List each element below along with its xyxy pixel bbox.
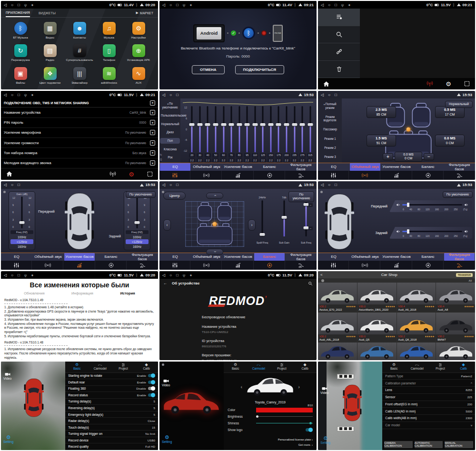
cancel-button[interactable]: ОТМЕНА <box>192 65 225 74</box>
tab-balance[interactable]: Баланс <box>96 253 126 261</box>
settings-row[interactable]: Floating 360 Disable <box>65 386 158 392</box>
freq-option[interactable]: <125Hz <box>126 239 149 244</box>
car-card[interactable] <box>436 343 475 360</box>
balance-icon[interactable] <box>413 261 444 270</box>
surround-icon[interactable] <box>350 171 380 180</box>
slider-handle[interactable] <box>407 229 409 234</box>
slider-handle[interactable] <box>276 123 281 126</box>
slider-handle-high[interactable] <box>304 203 309 206</box>
license-plate-link[interactable]: Personalized license plate › <box>228 437 313 442</box>
back-icon[interactable]: ◁ <box>321 93 324 97</box>
delay-rear-left[interactable]: 1.5 MS51 CM <box>367 135 396 147</box>
settings-row[interactable]: Название устройства CarKit_blink▼ <box>1 108 158 118</box>
eq-icon[interactable] <box>1 261 32 270</box>
shiness-row[interactable]: Shiness <box>224 420 317 427</box>
antenna-button[interactable] <box>426 80 433 87</box>
arrow-up-button[interactable]: › <box>206 193 223 199</box>
settings-row[interactable]: Emergency light delay(s) 5 <box>65 412 158 418</box>
slider-handle[interactable] <box>221 123 226 126</box>
tab-carmodel[interactable]: Carmodel <box>89 363 112 370</box>
home-circle-icon[interactable]: ○ <box>169 183 172 187</box>
tab-basic[interactable]: ⚙Basic <box>224 363 247 370</box>
tab-calib[interactable]: ◆Calib <box>135 363 158 370</box>
slider-handle[interactable] <box>309 422 312 424</box>
home-circle-icon[interactable]: ○ <box>11 273 13 277</box>
pair-link-button[interactable] <box>318 43 360 61</box>
filtration-icon[interactable] <box>286 171 316 180</box>
settings-row[interactable]: Car model v <box>382 422 475 429</box>
slider-handle[interactable] <box>307 123 313 126</box>
tab-history[interactable]: История <box>120 291 135 295</box>
tab-eq[interactable]: EQ <box>160 253 190 261</box>
app-shortcut[interactable]: ♫ Музыка <box>94 19 124 41</box>
tab-filtration[interactable]: Фильтрациябасов <box>286 253 316 261</box>
settings-row[interactable]: Sensor 225 <box>382 394 475 401</box>
back-icon[interactable]: ◁ <box>4 183 7 187</box>
market-button[interactable]: ▶МАРКЕТ <box>136 11 153 15</box>
search-icon[interactable] <box>308 281 313 286</box>
contact-list-button[interactable] <box>318 9 360 26</box>
tab-eq[interactable]: EQ <box>160 163 190 171</box>
settings-row[interactable]: Record quality Full HD <box>65 443 158 450</box>
video-button[interactable]: Video <box>320 386 328 394</box>
home-circle-icon[interactable]: ○ <box>328 183 330 187</box>
eq-icon[interactable] <box>160 261 190 270</box>
tab-surround[interactable]: Объёмный звук <box>350 253 380 261</box>
settings-row[interactable]: Record status Enable <box>65 392 158 399</box>
default-button[interactable]: По умолчанию <box>288 191 314 202</box>
settings-row[interactable]: Turning delay(s) 5 <box>65 399 158 405</box>
video-button[interactable]: Video <box>3 372 11 380</box>
tab-eq[interactable]: EQ <box>318 163 349 171</box>
brightness-row[interactable]: Brightness <box>224 413 317 420</box>
surround-icon[interactable] <box>191 261 222 270</box>
tab-info[interactable]: Информация <box>71 291 93 295</box>
tab-carmodel[interactable]: Carmodel <box>247 363 270 370</box>
setting-button[interactable]: ⚙Setting <box>162 435 172 443</box>
back-icon[interactable]: ◁ <box>162 183 165 187</box>
slider-handle[interactable] <box>213 123 218 126</box>
slider-handle[interactable] <box>135 221 140 224</box>
app-shortcut[interactable]: ≋ adbWireless <box>94 64 124 87</box>
tab-project[interactable]: Project <box>112 363 135 370</box>
gain-slider[interactable]: 129630 129630 <box>10 196 33 229</box>
settings-row[interactable]: Calibration parameter ^ <box>382 380 475 387</box>
dropdown-icon[interactable]: ▼ <box>150 120 155 125</box>
tab-project[interactable]: Project <box>270 363 294 370</box>
car-card[interactable]: V30.2★★★★★ Aeolus_E70_2022 <box>318 283 357 312</box>
tab-surround[interactable]: Объёмный звук <box>350 163 380 171</box>
eq-preset[interactable]: Рок <box>160 155 180 160</box>
car-card[interactable] <box>318 343 357 360</box>
dropdown-icon[interactable]: ▼ <box>150 100 155 106</box>
settings-row[interactable]: Radar delay(s) Close <box>65 418 158 424</box>
slider-handle[interactable] <box>260 123 266 126</box>
tab-bass-boost[interactable]: Усиление басов <box>381 163 412 171</box>
speaker-icon[interactable] <box>464 203 468 207</box>
slider-handle[interactable] <box>237 123 242 126</box>
home-circle-icon[interactable]: ○ <box>328 3 330 7</box>
slider-handle[interactable] <box>282 216 287 219</box>
sub-delay-minus-button[interactable]: − <box>424 153 434 160</box>
filtration-icon[interactable] <box>128 261 158 270</box>
video-button[interactable]: Video <box>162 379 170 387</box>
back-icon[interactable]: ◁ <box>162 273 165 277</box>
settings-button[interactable]: ⚙ <box>129 170 134 178</box>
filtration-icon[interactable] <box>286 261 316 270</box>
front-filter-slider[interactable]: 04080120160200250(Гц) <box>389 200 472 212</box>
home-circle-icon[interactable]: ○ <box>169 273 172 277</box>
recents-icon[interactable]: □ <box>18 273 20 277</box>
tab-basic[interactable]: ⚙Basic <box>65 363 89 370</box>
recents-icon[interactable]: □ <box>335 183 337 187</box>
home-circle-icon[interactable]: ○ <box>328 93 330 97</box>
surround-mode[interactable]: Режим водителя <box>318 114 341 123</box>
eq-icon[interactable] <box>318 261 349 270</box>
gain-slider[interactable]: 129630 129630 <box>126 196 149 229</box>
settings-button[interactable]: ⚙ <box>446 79 451 88</box>
home-button[interactable] <box>323 80 330 88</box>
slider-handle[interactable] <box>256 415 258 418</box>
freq-option[interactable]: <125Hz <box>10 239 33 244</box>
eq-slider[interactable] <box>267 106 275 152</box>
settings-row[interactable]: Усиление микрофона По умолчанию▼ <box>1 128 158 138</box>
eq-slider[interactable] <box>290 106 298 152</box>
tab-eq[interactable]: EQ <box>318 253 349 261</box>
car-card[interactable]: V30.2★★★★★ Audi_Q8_2018 <box>397 313 436 342</box>
